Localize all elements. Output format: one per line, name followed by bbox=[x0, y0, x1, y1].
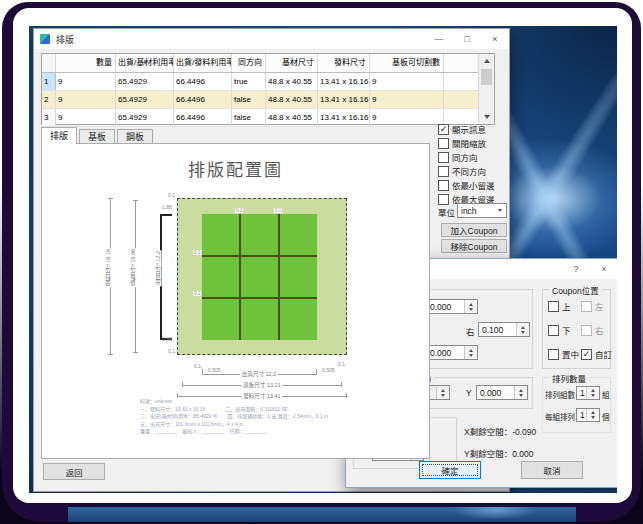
spinner[interactable] bbox=[516, 323, 529, 336]
cell[interactable]: 66.4496 bbox=[174, 73, 232, 90]
results-table: 數量 ▲出貨/基材利用率 出貨/發料利用率 同方向 基材尺寸 發料尺寸 基板可切… bbox=[41, 53, 495, 125]
table-row[interactable]: 1 9 65.4929 66.4496 true 48.8 x 40.55 13… bbox=[42, 73, 494, 91]
option-min-margin[interactable]: 依最小留邊 bbox=[438, 179, 495, 191]
spacing-right-field[interactable]: 0.100 bbox=[478, 322, 530, 337]
cancel-button[interactable]: 取消 bbox=[521, 461, 583, 479]
back-button[interactable]: 返回 bbox=[43, 463, 105, 480]
col-header[interactable]: 基板可切割數 bbox=[370, 54, 444, 72]
cell[interactable]: true bbox=[232, 73, 266, 90]
scrollbar-thumb[interactable] bbox=[481, 69, 492, 85]
table-scrollbar[interactable] bbox=[478, 54, 494, 124]
close-button[interactable]: × bbox=[590, 259, 617, 279]
checkbox[interactable] bbox=[548, 325, 559, 336]
cell[interactable]: 9 bbox=[370, 91, 444, 108]
board-cell bbox=[241, 257, 278, 298]
cell[interactable]: 13.41 x 16.16 bbox=[318, 109, 370, 126]
cell[interactable]: false bbox=[232, 109, 266, 126]
sort-asc-icon: ▲ bbox=[142, 54, 147, 70]
option-diff-direction[interactable]: 不同方向 bbox=[438, 165, 486, 177]
cell[interactable]: 9 bbox=[56, 73, 116, 90]
option-disable-zoom[interactable]: 關閉縮放 bbox=[438, 137, 486, 149]
diagram-legend: 料號：unknow 一、發料尺寸：13.41 x 16.16 二、出貨面積：0.… bbox=[140, 398, 415, 436]
col-header[interactable]: ▲出貨/基材利用率 bbox=[116, 54, 174, 72]
cell[interactable]: 66.4496 bbox=[174, 109, 232, 126]
spinner[interactable] bbox=[586, 387, 599, 399]
coupon-gap-y-field[interactable]: 0.000 bbox=[476, 385, 528, 400]
scroll-down-icon[interactable] bbox=[479, 110, 494, 124]
spacing-top-field[interactable]: 0.000 bbox=[426, 299, 478, 314]
tab-layout[interactable]: 排版 bbox=[41, 127, 77, 144]
scroll-up-icon[interactable] bbox=[479, 54, 494, 68]
spinner[interactable] bbox=[514, 386, 527, 399]
tab-stencil[interactable]: 鋼板 bbox=[117, 129, 153, 144]
checkbox[interactable] bbox=[438, 152, 449, 163]
spinner[interactable] bbox=[464, 346, 477, 359]
coupon-pos-center[interactable]: 置中 bbox=[548, 348, 579, 360]
col-header[interactable]: 數量 bbox=[56, 54, 116, 72]
coupon-pos-left: 左 bbox=[581, 300, 604, 312]
cell[interactable]: 48.8 x 40.55 bbox=[266, 91, 318, 108]
maximize-button[interactable]: □ bbox=[453, 29, 481, 49]
cell[interactable]: 9 bbox=[370, 109, 444, 126]
cell[interactable]: 9 bbox=[370, 73, 444, 90]
cell[interactable]: false bbox=[232, 91, 266, 108]
col-header[interactable]: 發料尺寸 bbox=[318, 54, 370, 72]
legend-line: 一、發料尺寸：13.41 x 16.16 二、出貨面積：0.111811 SF bbox=[140, 406, 415, 414]
cell[interactable]: 66.4496 bbox=[174, 91, 232, 108]
ok-button[interactable]: 確定 bbox=[419, 461, 481, 479]
tab-substrate[interactable]: 基板 bbox=[79, 129, 115, 144]
checkbox bbox=[581, 301, 592, 312]
taskbar bbox=[68, 507, 576, 522]
checkbox-label: 顯示訊息 bbox=[452, 123, 486, 135]
checkbox[interactable] bbox=[438, 124, 449, 135]
cell[interactable]: 48.8 x 40.55 bbox=[266, 73, 318, 90]
col-header[interactable]: 出貨/發料利用率 bbox=[174, 54, 232, 72]
checkbox[interactable] bbox=[581, 349, 592, 360]
cell[interactable]: 13.41 x 16.16 bbox=[318, 91, 370, 108]
coupon-pos-bottom[interactable]: 下 bbox=[548, 324, 571, 336]
spinner[interactable] bbox=[464, 300, 477, 313]
main-titlebar[interactable]: 排版 — □ × bbox=[34, 29, 509, 49]
board-cell bbox=[202, 299, 239, 340]
gap-label: 0.1 bbox=[235, 208, 243, 213]
panel-grid bbox=[202, 214, 317, 340]
remove-coupon-button[interactable]: 移除Coupon bbox=[441, 239, 507, 253]
minimize-button[interactable]: — bbox=[425, 29, 453, 49]
coupon-pos-custom[interactable]: 自訂 bbox=[581, 348, 612, 360]
table-row[interactable]: 3 9 65.4929 66.4496 false 48.8 x 40.55 1… bbox=[42, 109, 494, 127]
checkbox[interactable] bbox=[548, 349, 559, 360]
help-button[interactable]: ? bbox=[562, 259, 590, 279]
cell[interactable]: 65.4929 bbox=[116, 109, 174, 126]
cell[interactable]: 9 bbox=[56, 109, 116, 126]
cell[interactable]: 48.8 x 40.55 bbox=[266, 109, 318, 126]
checkbox[interactable] bbox=[438, 194, 449, 205]
group-count-field[interactable]: 1 bbox=[576, 386, 600, 400]
row-number[interactable]: 1 bbox=[42, 73, 56, 90]
close-button[interactable]: × bbox=[481, 29, 509, 49]
checkbox[interactable] bbox=[438, 180, 449, 191]
spinner[interactable] bbox=[586, 409, 599, 421]
add-coupon-button[interactable]: 加入Coupon bbox=[441, 223, 507, 237]
per-group-field[interactable]: 1 bbox=[576, 408, 600, 422]
cell[interactable]: 13.41 x 16.16 bbox=[318, 73, 370, 90]
coupon-pos-top[interactable]: 上 bbox=[548, 300, 571, 312]
cell[interactable]: 65.4929 bbox=[116, 91, 174, 108]
option-same-direction[interactable]: 同方向 bbox=[438, 151, 478, 163]
table-header-row: 數量 ▲出貨/基材利用率 出貨/發料利用率 同方向 基材尺寸 發料尺寸 基板可切… bbox=[42, 54, 494, 73]
dim-label: 發料尺寸 16.16 bbox=[105, 248, 112, 287]
unit-dropdown[interactable]: inch bbox=[457, 203, 507, 218]
row-number[interactable]: 3 bbox=[42, 109, 56, 126]
col-header[interactable]: 基材尺寸 bbox=[266, 54, 318, 72]
table-row[interactable]: 2 9 65.4929 66.4496 false 48.8 x 40.55 1… bbox=[42, 91, 494, 109]
remaining-x: X剩餘空間：-0.090 bbox=[464, 425, 536, 437]
cell[interactable]: 9 bbox=[56, 91, 116, 108]
checkbox[interactable] bbox=[438, 166, 449, 177]
checkbox[interactable] bbox=[548, 301, 559, 312]
spacing-bottom-field[interactable]: 0.000 bbox=[426, 345, 478, 360]
checkbox[interactable] bbox=[438, 138, 449, 149]
col-header[interactable]: 同方向 bbox=[232, 54, 266, 72]
option-show-message[interactable]: 顯示訊息 bbox=[438, 123, 486, 135]
field-suffix: 組 bbox=[602, 389, 610, 400]
row-number[interactable]: 2 bbox=[42, 91, 56, 108]
cell[interactable]: 65.4929 bbox=[116, 73, 174, 90]
